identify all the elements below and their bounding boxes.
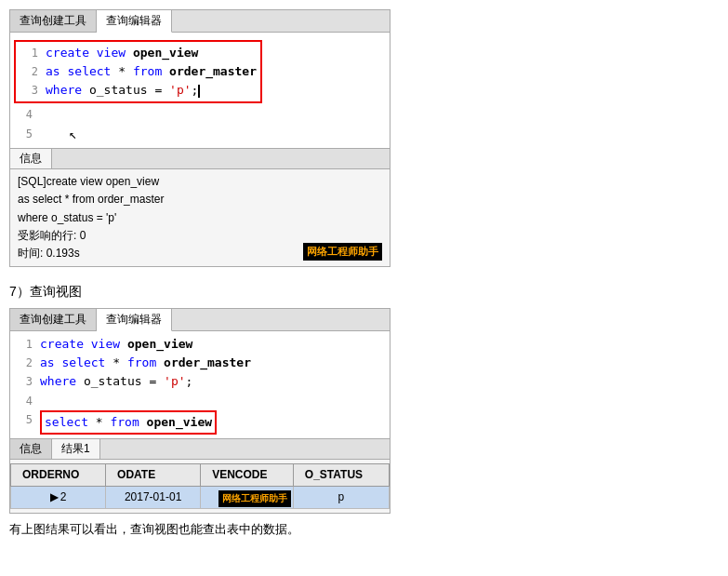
tab-query-builder-2[interactable]: 查询创建工具 <box>10 309 97 330</box>
code-line-5: 5 ↖ <box>10 125 390 145</box>
code-line-p2-5: 5 select * from open_view <box>14 410 386 435</box>
code-text: as select * from order_master <box>40 354 386 372</box>
code-editor-1: 1 create view open_view 2 as select * fr… <box>10 33 390 148</box>
code-text: where o_status = 'p'; <box>46 81 257 100</box>
line-number: 3 <box>14 372 40 391</box>
line-number: 3 <box>20 81 46 100</box>
code-editor-2: 1 create view open_view 2 as select * fr… <box>10 331 390 438</box>
tab-result-1[interactable]: 结果1 <box>52 439 100 459</box>
info-line: [SQL]create view open_view <box>18 173 382 191</box>
tab-query-editor-1[interactable]: 查询编辑器 <box>97 10 172 33</box>
watermark-2: 网络工程师助手 <box>218 490 291 507</box>
line-number: 4 <box>14 392 40 410</box>
info-content-1: [SQL]create view open_view as select * f… <box>10 169 390 266</box>
cell-ostatus: p <box>293 487 389 509</box>
line-number: 1 <box>14 335 40 354</box>
code-text <box>40 105 390 124</box>
code-line-p2-3: 3 where o_status = 'p'; <box>14 372 386 391</box>
watermark-1: 网络工程师助手 <box>303 243 382 261</box>
code-text: where o_status = 'p'; <box>40 372 386 391</box>
code-text <box>40 392 386 410</box>
info-line: where o_status = 'p' <box>18 209 382 227</box>
cell-indicator: ▶ 2 <box>11 487 106 509</box>
code-line-p2-4: 4 <box>14 392 386 410</box>
tab-info-1[interactable]: 信息 <box>10 149 52 168</box>
panel1-tab-bar: 查询创建工具 查询编辑器 <box>10 10 390 33</box>
section-heading: 7）查询视图 <box>9 284 719 301</box>
line-number: 4 <box>14 105 40 124</box>
bottom-text: 有上图结果可以看出，查询视图也能查出表中的数据。 <box>9 521 719 538</box>
line-number: 1 <box>20 44 46 62</box>
panel1: 查询创建工具 查询编辑器 1 create view open_view 2 a… <box>9 9 390 267</box>
table-header-row: ORDERNO ODATE VENCODE O_STATUS <box>11 463 390 486</box>
info-bar-1: 信息 [SQL]create view open_view as select … <box>10 148 390 266</box>
code-text: ↖ <box>40 125 390 145</box>
code-line-3: 3 where o_status = 'p'; <box>20 81 257 100</box>
result-table: ORDERNO ODATE VENCODE O_STATUS ▶ 2 2017-… <box>10 463 390 509</box>
line-number: 5 <box>14 410 40 429</box>
cell-vencode: 网络工程师助手 <box>201 487 294 509</box>
info-tab-bar-1: 信息 <box>10 149 390 169</box>
info-line: as select * from order_master <box>18 191 382 208</box>
cell-odate: 2017-01-01 <box>106 487 201 509</box>
code-text: select * from open_view <box>40 410 386 435</box>
col-orderno: ORDERNO <box>11 463 106 486</box>
code-line-4: 4 <box>10 105 390 124</box>
code-text: create view open_view <box>40 335 386 354</box>
code-text: create view open_view <box>46 44 257 62</box>
code-line-p2-1: 1 create view open_view <box>14 335 386 354</box>
tab-info-2[interactable]: 信息 <box>10 439 52 459</box>
line-number: 2 <box>14 354 40 372</box>
col-odate: ODATE <box>106 463 201 486</box>
info-tab-bar-2: 信息 结果1 <box>10 439 390 460</box>
info-bar-2: 信息 结果1 ORDERNO ODATE VENCODE O_STATUS ▶ … <box>10 438 390 513</box>
code-line-1: 1 create view open_view <box>20 44 257 62</box>
panel2-tab-bar: 查询创建工具 查询编辑器 <box>10 309 390 331</box>
table-row: ▶ 2 2017-01-01 网络工程师助手 p <box>11 487 390 509</box>
result-content: ORDERNO ODATE VENCODE O_STATUS ▶ 2 2017-… <box>10 460 390 513</box>
line-number: 2 <box>20 62 46 81</box>
tab-query-editor-2[interactable]: 查询编辑器 <box>97 309 172 331</box>
code-line-2: 2 as select * from order_master <box>20 62 257 81</box>
line-number: 5 <box>14 125 40 143</box>
code-line-p2-2: 2 as select * from order_master <box>14 354 386 372</box>
col-ostatus: O_STATUS <box>293 463 389 486</box>
panel2: 查询创建工具 查询编辑器 1 create view open_view 2 a… <box>9 308 390 514</box>
tab-query-builder-1[interactable]: 查询创建工具 <box>10 10 97 32</box>
code-text: as select * from order_master <box>46 62 257 81</box>
col-vencode: VENCODE <box>201 463 294 486</box>
